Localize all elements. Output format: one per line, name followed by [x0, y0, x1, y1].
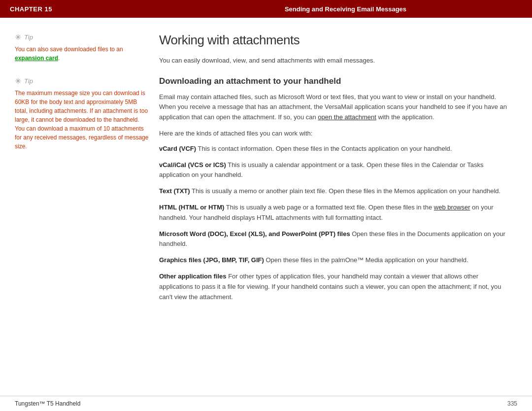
file-type-vcal: vCal/iCal (VCS or ICS) This is usually a… [159, 160, 512, 181]
tip-2-text: The maximum message size you can downloa… [15, 89, 149, 151]
sidebar: ✳ Tip You can also save downloaded files… [0, 33, 159, 308]
file-type-html-label: HTML (HTML or HTM) [159, 204, 224, 211]
page-footer: Tungsten™ T5 Handheld 335 [0, 396, 532, 411]
file-type-vcard: vCard (VCF) This is contact information.… [159, 144, 512, 154]
open-attachment-link[interactable]: open the attachment [318, 113, 376, 121]
file-type-office-label: Microsoft Word (DOC), Excel (XLS), and P… [159, 230, 350, 238]
file-type-graphics-label: Graphics files (JPG, BMP, TIF, GIF) [159, 256, 264, 264]
file-type-graphics: Graphics files (JPG, BMP, TIF, GIF) Open… [159, 255, 512, 266]
expansion-card-link[interactable]: expansion card [15, 55, 58, 62]
intro-text: You can easily download, view, and send … [159, 56, 512, 66]
tip-2-header: ✳ Tip [15, 76, 149, 86]
tip-1-header: ✳ Tip [15, 33, 149, 42]
tip-2-label: Tip [24, 77, 33, 85]
tip-1: ✳ Tip You can also save downloaded files… [15, 33, 149, 63]
file-type-other-label: Other application files [159, 273, 227, 280]
footer-page-number: 335 [507, 400, 517, 407]
file-type-other: Other application files For other types … [159, 272, 512, 302]
page-header: CHAPTER 15 Sending and Receiving Email M… [0, 0, 532, 18]
section-intro-end: with the application. [376, 113, 434, 121]
file-type-office: Microsoft Word (DOC), Excel (XLS), and P… [159, 229, 512, 250]
header-title: Sending and Receiving Email Messages [159, 5, 532, 13]
footer-product-name: Tungsten™ T5 Handheld [15, 400, 80, 407]
section-title: Downloading an attachment to your handhe… [159, 76, 512, 86]
file-type-txt-desc: This is usually a memo or another plain … [190, 187, 501, 195]
file-type-html-desc: This is usually a web page or a formatte… [224, 204, 433, 211]
main-content: Working with attachments You can easily … [159, 33, 532, 308]
file-type-vcard-desc: This is contact information. Open these … [196, 145, 452, 152]
tip-1-text-before: You can also save downloaded files to an [15, 46, 123, 53]
file-type-vcal-label: vCal/iCal (VCS or ICS) [159, 161, 226, 169]
tip-2-asterisk-icon: ✳ [15, 76, 21, 86]
file-type-txt: Text (TXT) This is usually a memo or ano… [159, 186, 512, 197]
file-type-vcard-label: vCard (VCF) [159, 145, 196, 152]
tip-1-label: Tip [24, 34, 33, 41]
chapter-label: CHAPTER 15 [0, 0, 159, 18]
tip-1-asterisk-icon: ✳ [15, 33, 21, 42]
list-intro: Here are the kinds of attached files you… [159, 130, 512, 137]
section-intro-paragraph: Email may contain attached files, such a… [159, 92, 512, 123]
page-body: ✳ Tip You can also save downloaded files… [0, 18, 532, 328]
file-type-html: HTML (HTML or HTM) This is usually a web… [159, 203, 512, 223]
file-type-graphics-desc: Open these files in the palmOne™ Media a… [264, 256, 468, 264]
tip-1-text: You can also save downloaded files to an… [15, 45, 149, 63]
page-title: Working with attachments [159, 33, 512, 48]
tip-2: ✳ Tip The maximum message size you can d… [15, 76, 149, 151]
file-type-txt-label: Text (TXT) [159, 187, 190, 195]
web-browser-link[interactable]: web browser [434, 204, 470, 211]
tip-1-text-after: . [58, 55, 60, 62]
